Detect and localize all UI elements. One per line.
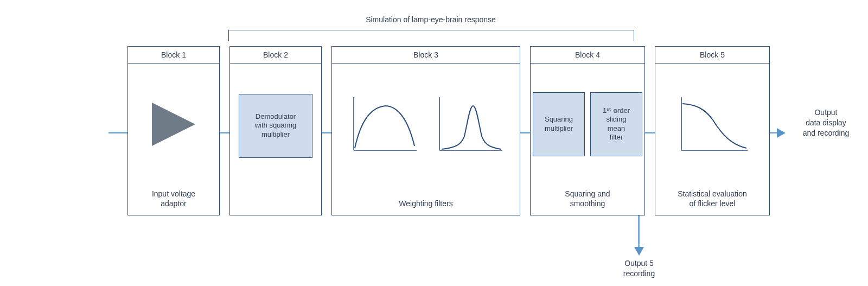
block-1: Block 1 Input voltageadaptor xyxy=(127,46,220,215)
sliding-mean-filter-box: 1ˢᵗ orderslidingmeanfilter xyxy=(590,92,642,156)
block-1-caption: Input voltageadaptor xyxy=(128,189,219,208)
block-row: Block 1 Input voltageadaptor Block 2 Dem… xyxy=(127,46,868,215)
block-3: Block 3 xyxy=(331,46,520,215)
block-2-title: Block 2 xyxy=(230,47,321,63)
block-5: Block 5 Statistical evaluationof flicker… xyxy=(655,46,770,215)
diagram-canvas: Outputdata displayand recording Output 5… xyxy=(0,0,868,286)
block-5-title: Block 5 xyxy=(655,47,769,63)
block-5-caption: Statistical evaluationof flicker level xyxy=(655,189,769,208)
block-3-caption: Weighting filters xyxy=(332,199,520,208)
branch-arrowhead-icon xyxy=(634,247,644,256)
block-4-caption: Squaring andsmoothing xyxy=(531,189,644,208)
bracket-icon xyxy=(228,30,634,41)
block-4: Block 4 Squaringmultiplier 1ˢᵗ orderslid… xyxy=(530,46,645,215)
bracket-label: Simulation of lamp-eye-brain response xyxy=(228,15,633,24)
squaring-multiplier-box: Squaringmultiplier xyxy=(533,92,585,156)
block-2: Block 2 Demodulatorwith squaringmultipli… xyxy=(229,46,322,215)
weighting-filter-2-plot xyxy=(431,92,507,157)
block-3-title: Block 3 xyxy=(332,47,520,63)
block-4-title: Block 4 xyxy=(531,47,644,63)
flicker-cdf-plot xyxy=(672,92,753,157)
demodulator-box: Demodulatorwith squaringmultiplier xyxy=(239,94,312,158)
block-1-title: Block 1 xyxy=(128,47,219,63)
output-branch-label: Output 5recording xyxy=(601,258,677,279)
weighting-filter-1-plot xyxy=(345,92,421,157)
amplifier-triangle-icon xyxy=(152,103,195,146)
